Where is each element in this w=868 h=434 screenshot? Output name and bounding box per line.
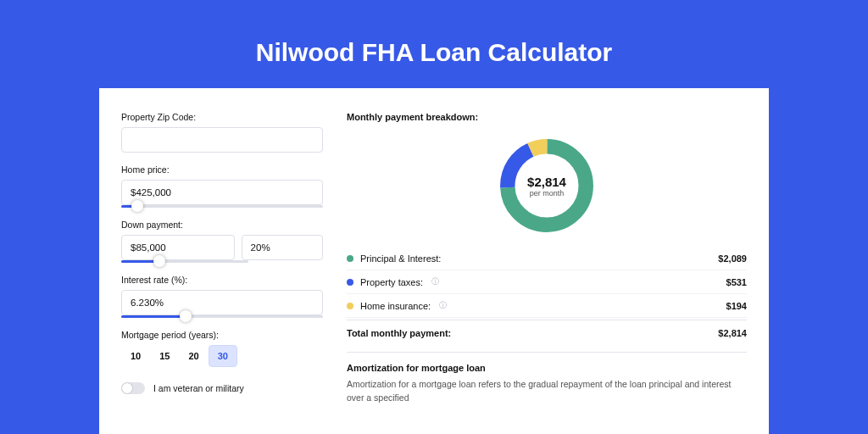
home-price-label: Home price: <box>121 164 323 175</box>
slider-thumb[interactable] <box>131 200 143 212</box>
veteran-label: I am veteran or military <box>153 383 244 393</box>
period-30-button[interactable]: 30 <box>209 345 237 367</box>
total-row: Total monthly payment: $2,814 <box>347 320 747 338</box>
donut-center: $2,814 per month <box>527 175 566 198</box>
legend-label: Home insurance: <box>360 301 431 311</box>
donut-amount: $2,814 <box>527 175 566 189</box>
legend-row-principal: Principal & Interest: $2,089 <box>347 248 747 270</box>
donut-sub: per month <box>527 189 566 198</box>
dot-icon <box>347 279 353 286</box>
interest-input[interactable] <box>121 290 323 315</box>
down-payment-label: Down payment: <box>121 220 323 230</box>
home-price-slider[interactable] <box>121 205 323 208</box>
total-value: $2,814 <box>718 328 747 338</box>
dot-icon <box>347 255 353 262</box>
down-payment-slider[interactable] <box>121 260 248 263</box>
down-payment-block: Down payment: <box>121 220 323 263</box>
slider-fill <box>121 315 186 318</box>
period-15-button[interactable]: 15 <box>150 345 179 367</box>
slider-thumb[interactable] <box>180 310 192 322</box>
legend-row-taxes: Property taxes: ⓘ $531 <box>347 270 747 294</box>
page-title: Nilwood FHA Loan Calculator <box>0 0 868 88</box>
legend-row-insurance: Home insurance: ⓘ $194 <box>347 294 747 318</box>
zip-field-block: Property Zip Code: <box>121 112 323 153</box>
slider-thumb[interactable] <box>153 255 165 267</box>
zip-label: Property Zip Code: <box>121 112 323 122</box>
breakdown-title: Monthly payment breakdown: <box>347 112 747 122</box>
veteran-row: I am veteran or military <box>121 382 323 394</box>
down-payment-pct-input[interactable] <box>242 235 323 260</box>
mortgage-period-block: Mortgage period (years): 10 15 20 30 <box>121 330 323 367</box>
legend-label: Property taxes: <box>360 277 423 287</box>
total-label: Total monthly payment: <box>347 328 451 338</box>
legend-value: $194 <box>726 301 747 311</box>
section-divider <box>347 352 747 353</box>
interest-slider[interactable] <box>121 315 323 318</box>
donut-wrap: $2,814 per month <box>347 127 747 248</box>
amortization-title: Amortization for mortgage loan <box>347 363 747 373</box>
legend-value: $531 <box>726 277 747 287</box>
veteran-toggle[interactable] <box>121 382 145 394</box>
zip-input[interactable] <box>121 127 323 153</box>
dot-icon <box>347 303 353 309</box>
breakdown-panel: Monthly payment breakdown: $2,814 per mo… <box>342 112 747 434</box>
interest-label: Interest rate (%): <box>121 275 323 285</box>
mortgage-period-label: Mortgage period (years): <box>121 330 323 340</box>
form-panel: Property Zip Code: Home price: Down paym… <box>121 112 342 434</box>
legend-label: Principal & Interest: <box>360 253 441 264</box>
home-price-block: Home price: <box>121 164 323 208</box>
legend-value: $2,089 <box>718 253 747 264</box>
down-payment-input[interactable] <box>121 235 235 260</box>
period-10-button[interactable]: 10 <box>121 345 150 367</box>
period-20-button[interactable]: 20 <box>180 345 209 367</box>
info-icon[interactable]: ⓘ <box>431 276 439 287</box>
mortgage-period-segmented: 10 15 20 30 <box>121 345 323 367</box>
calculator-card: Property Zip Code: Home price: Down paym… <box>99 88 769 434</box>
donut-chart: $2,814 per month <box>495 134 598 237</box>
amortization-text: Amortization for a mortgage loan refers … <box>347 378 747 405</box>
info-icon[interactable]: ⓘ <box>439 300 447 311</box>
home-price-input[interactable] <box>121 180 323 205</box>
interest-block: Interest rate (%): <box>121 275 323 318</box>
